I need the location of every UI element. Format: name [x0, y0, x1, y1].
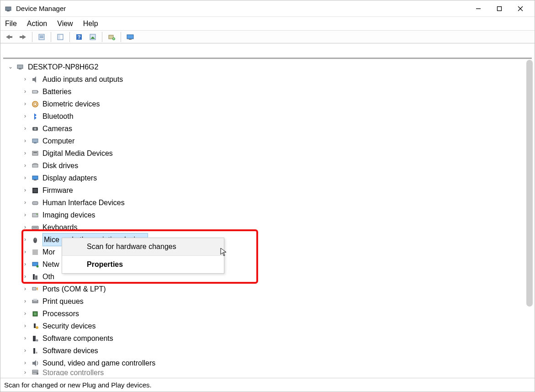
- properties-button[interactable]: [54, 32, 66, 42]
- tree-category[interactable]: ›Keyboards: [6, 221, 532, 233]
- tree-category[interactable]: ›Sound, video and game controllers: [6, 357, 532, 369]
- category-icon: [31, 137, 40, 146]
- menu-file[interactable]: File: [5, 20, 17, 28]
- context-item-label: Properties: [87, 260, 123, 268]
- device-tree[interactable]: ⌄ DESKTOP-NP8H6G2 ›Audio inputs and outp…: [3, 59, 532, 376]
- svg-marker-6: [6, 35, 10, 39]
- tree-category[interactable]: ›Digital Media Devices: [6, 147, 532, 159]
- category-label: Computer: [42, 135, 74, 147]
- tree-category[interactable]: ›Batteries: [6, 85, 532, 98]
- tree-category[interactable]: ›Firmware: [6, 184, 532, 196]
- svg-rect-14: [60, 35, 63, 39]
- tree-category[interactable]: ›Ports (COM & LPT): [6, 283, 532, 295]
- tree-category[interactable]: ›Audio inputs and outputs: [6, 73, 532, 85]
- tree-category[interactable]: ›Storage controllers: [6, 369, 532, 376]
- help-button[interactable]: ?: [73, 32, 85, 42]
- tree-category[interactable]: ›Software devices: [6, 344, 532, 357]
- svg-rect-29: [37, 91, 38, 92]
- tree-category[interactable]: ›Software components: [6, 332, 532, 344]
- chevron-right-icon: ›: [22, 320, 28, 332]
- window-controls: [468, 0, 531, 17]
- toolbar: ?: [0, 31, 535, 43]
- chevron-right-icon: ›: [22, 122, 28, 135]
- tree-category[interactable]: ›Computer: [6, 135, 532, 147]
- svg-rect-40: [32, 164, 38, 167]
- show-hidden-button[interactable]: [36, 32, 48, 42]
- close-button[interactable]: [510, 0, 531, 17]
- category-label: Print queues: [42, 295, 84, 307]
- category-label: Software components: [42, 332, 113, 344]
- vertical-scrollbar[interactable]: [526, 60, 533, 307]
- menu-help[interactable]: Help: [83, 20, 98, 28]
- category-label: Netw: [42, 258, 59, 270]
- toolbar-separator: [121, 32, 121, 42]
- context-properties[interactable]: Properties: [62, 256, 224, 273]
- svg-rect-41: [32, 176, 38, 180]
- chevron-right-icon: ›: [22, 246, 28, 258]
- chevron-right-icon: ›: [22, 147, 28, 159]
- back-button[interactable]: [3, 32, 15, 42]
- tree-category[interactable]: ›Biometric devices: [6, 98, 532, 110]
- svg-rect-7: [9, 36, 12, 38]
- svg-point-63: [36, 326, 38, 329]
- chevron-right-icon: ›: [22, 283, 28, 295]
- chevron-right-icon: ›: [22, 369, 28, 376]
- chevron-right-icon: ›: [22, 295, 28, 307]
- svg-rect-44: [33, 189, 37, 192]
- svg-rect-11: [40, 36, 43, 37]
- category-icon: [31, 211, 40, 220]
- category-icon: [31, 161, 40, 170]
- tree-category[interactable]: ›Disk drives: [6, 159, 532, 172]
- chevron-down-icon: ⌄: [8, 61, 13, 73]
- category-icon: [31, 285, 40, 294]
- chevron-right-icon: ›: [22, 332, 28, 344]
- svg-rect-25: [17, 65, 23, 69]
- svg-rect-36: [34, 143, 37, 143]
- context-scan-hardware[interactable]: Scan for hardware changes: [62, 238, 224, 255]
- tree-category[interactable]: ›Display adapters: [6, 172, 532, 184]
- svg-point-67: [36, 352, 37, 354]
- tree-category[interactable]: ›Security devices: [6, 320, 532, 332]
- category-label: Ports (COM & LPT): [42, 283, 106, 295]
- tree-category[interactable]: ›Imaging devices: [6, 209, 532, 221]
- category-icon: [31, 260, 40, 269]
- title-bar: Device Manager: [0, 0, 535, 17]
- tree-category[interactable]: ›Cameras: [6, 122, 532, 135]
- tree-category[interactable]: ›Print queues: [6, 295, 532, 307]
- category-icon: [31, 186, 40, 195]
- add-hardware-button[interactable]: [106, 32, 117, 42]
- minimize-button[interactable]: [468, 0, 489, 17]
- tree-category[interactable]: ›Bluetooth: [6, 110, 532, 122]
- forward-button[interactable]: [17, 32, 29, 42]
- svg-marker-32: [34, 113, 37, 120]
- tree-category[interactable]: ›Human Interface Devices: [6, 196, 532, 209]
- app-icon: [4, 5, 12, 13]
- category-icon: [31, 248, 40, 257]
- svg-rect-1: [7, 11, 10, 11]
- scan-hardware-button[interactable]: [87, 32, 99, 42]
- tree-root[interactable]: ⌄ DESKTOP-NP8H6G2: [6, 61, 532, 73]
- maximize-button[interactable]: [489, 0, 510, 17]
- toolbar-separator: [32, 32, 32, 42]
- chevron-right-icon: ›: [22, 196, 28, 209]
- context-item-label: Scan for hardware changes: [87, 243, 176, 250]
- menu-view[interactable]: View: [57, 20, 73, 28]
- category-icon: [31, 297, 40, 306]
- svg-rect-24: [129, 39, 132, 40]
- menu-action[interactable]: Action: [27, 20, 47, 28]
- svg-marker-27: [32, 76, 36, 83]
- monitor-button[interactable]: [124, 32, 136, 42]
- svg-point-54: [37, 265, 39, 267]
- menu-bar: File Action View Help: [0, 17, 535, 31]
- chevron-right-icon: ›: [22, 110, 28, 122]
- category-label: Human Interface Devices: [42, 196, 125, 209]
- category-label: Digital Media Devices: [42, 147, 113, 159]
- category-icon: [31, 272, 40, 281]
- category-icon: [31, 223, 40, 232]
- svg-rect-26: [19, 69, 21, 69]
- category-label: Oth: [42, 270, 54, 283]
- window-title: Device Manager: [16, 5, 66, 12]
- tree-category[interactable]: ›Processors: [6, 307, 532, 320]
- category-icon: [31, 100, 40, 109]
- category-label: Mor: [42, 246, 55, 258]
